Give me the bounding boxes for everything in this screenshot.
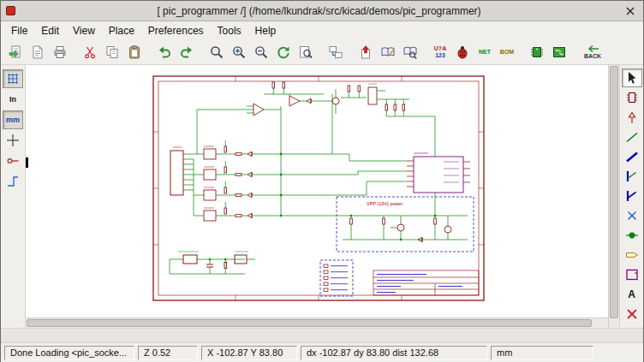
- hierarchy-navigator-button[interactable]: [325, 41, 347, 63]
- status-message: Done Loading <pic_socke...: [4, 346, 134, 360]
- close-button[interactable]: [623, 3, 638, 19]
- units-inch-button[interactable]: In: [3, 90, 23, 109]
- horizontal-scrollbar[interactable]: [26, 317, 608, 328]
- component-icon: [624, 90, 640, 105]
- hierarchy-icon: [328, 45, 343, 60]
- main-area: In mm: [1, 65, 643, 328]
- place-hierarchical-sheet-button[interactable]: [622, 265, 642, 284]
- menu-tools[interactable]: Tools: [211, 23, 248, 39]
- bug-icon: [455, 45, 470, 60]
- zoom-fit-icon: [298, 45, 313, 60]
- menu-help[interactable]: Help: [248, 23, 283, 39]
- erc-button[interactable]: [451, 41, 474, 63]
- menu-edit[interactable]: Edit: [34, 23, 66, 39]
- status-position: X -102.87 Y 83.80: [201, 346, 297, 360]
- wire-icon: [624, 129, 640, 145]
- menu-file[interactable]: File: [4, 23, 34, 39]
- redraw-view-button[interactable]: [272, 41, 295, 63]
- hidden-pins-button[interactable]: [3, 151, 23, 170]
- save-project-button[interactable]: [4, 41, 27, 63]
- cursor-arrow-icon: [624, 70, 640, 86]
- run-cvpcb-button[interactable]: [526, 41, 548, 63]
- zoom-out-button[interactable]: [250, 41, 272, 63]
- crosshair-cursor: [26, 157, 28, 168]
- left-toolbar: In mm: [1, 65, 26, 328]
- book-magnifier-icon: [402, 45, 418, 60]
- close-icon: [625, 6, 635, 16]
- menu-bar: File Edit View Place Preferences Tools H…: [1, 21, 643, 39]
- junction-icon: [624, 228, 640, 243]
- pcb-icon: [552, 45, 567, 60]
- place-text-button[interactable]: A: [622, 285, 642, 304]
- refresh-icon: [276, 45, 291, 60]
- find-button[interactable]: [206, 41, 228, 63]
- redo-button[interactable]: [176, 41, 198, 63]
- zoom-fit-button[interactable]: [295, 41, 317, 63]
- bom-icon: BOM: [500, 49, 514, 56]
- toolbar-separator: [518, 41, 526, 63]
- right-toolbar: A: [619, 65, 643, 328]
- library-browser-button[interactable]: [399, 41, 421, 63]
- units-mm-button[interactable]: mm: [3, 110, 23, 129]
- bus-to-bus-entry-button[interactable]: [622, 187, 642, 205]
- vertical-scrollbar[interactable]: [608, 65, 619, 328]
- horizontal-scrollbar-thumb[interactable]: [27, 319, 592, 327]
- zoom-in-button[interactable]: [228, 41, 250, 63]
- schematic-sheet: VPP (13V) power: [152, 75, 485, 301]
- page-settings-button[interactable]: [27, 41, 49, 63]
- cursor-shape-button[interactable]: [3, 131, 23, 150]
- clipboard-icon: [127, 45, 142, 60]
- vertical-scrollbar-thumb[interactable]: [610, 66, 618, 318]
- hierarchical-sheet-icon: [624, 267, 640, 282]
- toolbar-separator: [421, 41, 429, 63]
- save-icon: [8, 45, 23, 60]
- text-tool-icon: A: [628, 288, 635, 300]
- title-bar[interactable]: [ pic_programmer /] (/home/lkundrak/src/…: [1, 1, 643, 21]
- menu-preferences[interactable]: Preferences: [141, 23, 211, 39]
- delete-icon: [624, 306, 640, 322]
- vpp-box-label: VPP (13V) power: [367, 201, 403, 206]
- run-pcbnew-button[interactable]: [548, 41, 570, 63]
- library-editor-button[interactable]: [377, 41, 399, 63]
- status-delta: dx -102.87 dy 83.80 dist 132.68: [301, 346, 487, 360]
- place-no-connect-button[interactable]: [622, 206, 642, 225]
- hv-wire-icon: [5, 174, 21, 189]
- netlist-button[interactable]: NET: [474, 41, 496, 63]
- printer-icon: [52, 45, 68, 60]
- back-annotate-button[interactable]: BACK: [578, 41, 607, 63]
- schematic-canvas[interactable]: VPP (13V) power: [26, 65, 608, 328]
- leave-sheet-button[interactable]: [355, 41, 377, 63]
- book-pencil-icon: [380, 45, 396, 60]
- paste-button[interactable]: [123, 41, 146, 63]
- select-tool-button[interactable]: [622, 68, 642, 87]
- annotate-icon: U?A123: [434, 45, 446, 58]
- toolbar-separator: [71, 41, 79, 63]
- place-component-button[interactable]: [622, 88, 642, 107]
- delete-item-button[interactable]: [622, 305, 642, 323]
- toolbar-separator: [347, 41, 355, 63]
- annotate-button[interactable]: U?A123: [429, 41, 451, 63]
- place-wire-button[interactable]: [622, 128, 642, 146]
- wire-to-bus-icon: [624, 169, 640, 184]
- toolbar-separator: [198, 41, 206, 63]
- menu-place[interactable]: Place: [102, 23, 141, 39]
- zoom-in-icon: [231, 45, 247, 60]
- app-icon: [6, 6, 15, 15]
- wire-to-bus-entry-button[interactable]: [622, 167, 642, 186]
- bus-icon: [624, 149, 640, 164]
- place-bus-button[interactable]: [622, 147, 642, 166]
- cut-button[interactable]: [79, 41, 101, 63]
- mm-units-icon: mm: [6, 116, 20, 124]
- print-button[interactable]: [49, 41, 71, 63]
- hv-orientation-button[interactable]: [3, 172, 23, 191]
- menu-view[interactable]: View: [66, 23, 102, 39]
- copy-button[interactable]: [101, 41, 123, 63]
- grid-toggle-button[interactable]: [3, 69, 23, 88]
- bom-button[interactable]: BOM: [496, 41, 518, 63]
- place-junction-button[interactable]: [622, 226, 642, 245]
- window-title: [ pic_programmer /] (/home/lkundrak/src/…: [15, 5, 623, 17]
- place-power-port-button[interactable]: [622, 108, 642, 127]
- undo-button[interactable]: [153, 41, 176, 63]
- place-global-label-button[interactable]: [622, 246, 642, 264]
- grid-icon: [5, 71, 21, 86]
